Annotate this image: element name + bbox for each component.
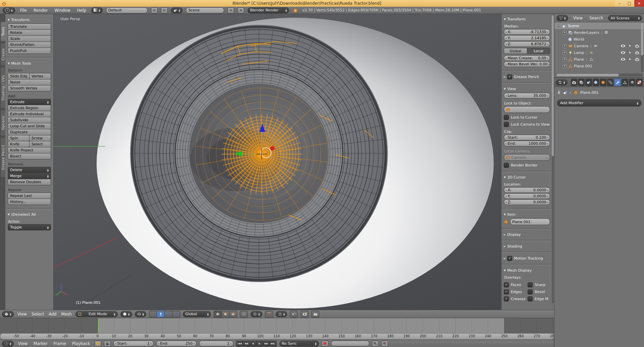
expand-icon[interactable]: + — [562, 57, 567, 62]
local-toggle[interactable]: Local — [527, 48, 550, 54]
global-toggle[interactable]: Global — [504, 48, 527, 54]
lock-camera-to-view-checkbox[interactable] — [504, 122, 509, 127]
visibility-eye-icon[interactable] — [621, 51, 626, 54]
cube-icon[interactable] — [574, 90, 578, 95]
view3d-menu-mesh[interactable]: Mesh — [60, 312, 73, 317]
viewport-canvas[interactable] — [54, 14, 501, 310]
tab-render[interactable] — [571, 79, 578, 86]
cursor-z-field[interactable]: ◂Z:0.0000▸ — [504, 199, 550, 205]
tab-create[interactable]: Create — [0, 43, 6, 66]
timeline-menu-view[interactable]: View — [16, 341, 29, 346]
outliner-horizontal-scrollbar[interactable] — [556, 73, 643, 77]
scene-selector-icon-button[interactable]: ▲▼ — [171, 7, 183, 13]
use-preview-range-button[interactable] — [95, 341, 101, 347]
edge-select-mode-button[interactable] — [222, 311, 229, 318]
snap-toggle-button[interactable] — [265, 311, 273, 318]
expand-icon[interactable]: + — [562, 44, 567, 48]
panel-header-mesh-display[interactable]: ▼Mesh Display — [504, 268, 550, 273]
tab-object[interactable] — [600, 79, 606, 86]
outliner-menu-search[interactable]: Search — [588, 16, 605, 20]
cursor-x-field[interactable]: ◂X:0.0000▸ — [504, 187, 550, 193]
outliner-row-world[interactable]: World — [554, 36, 644, 43]
editor-type-3dview-button[interactable]: ▲▼ — [2, 311, 14, 317]
selectable-cursor-icon[interactable] — [629, 44, 632, 48]
tab-object-data[interactable] — [622, 79, 628, 86]
selectable-cursor-icon[interactable] — [629, 57, 632, 61]
minimize-button[interactable]: – — [615, 0, 625, 7]
panel-header-shading[interactable]: ►Shading — [504, 244, 550, 249]
visibility-eye-icon[interactable] — [621, 44, 626, 48]
sharp-checkbox[interactable] — [528, 282, 533, 287]
render-border-checkbox[interactable] — [504, 163, 509, 168]
play-button[interactable]: ▶ — [257, 341, 263, 347]
loop-cut-button[interactable]: Loop Cut and Slide — [8, 123, 51, 129]
cursor-y-field[interactable]: ◂Y:0.0000▸ — [504, 193, 550, 199]
outliner-scope-select[interactable]: All Scenes▲▼ — [608, 15, 642, 21]
lock-to-object-field[interactable] — [504, 106, 550, 113]
screen-layout-field[interactable]: Default — [106, 7, 148, 13]
panel-header-display[interactable]: ►Display — [504, 232, 550, 237]
panel-header-transform-n[interactable]: ▼Transform — [504, 17, 550, 21]
duplicate-button[interactable]: Duplicate — [8, 129, 51, 135]
tab-material[interactable] — [629, 79, 636, 86]
knife-button[interactable]: Knife — [8, 141, 30, 147]
clear-icon[interactable]: × — [545, 155, 548, 160]
repeat-last-button[interactable]: Repeat Last — [8, 193, 51, 199]
pin-icon[interactable] — [557, 90, 561, 95]
extrude-region-button[interactable]: Extrude Region — [8, 105, 51, 111]
next-keyframe-button[interactable]: ▶▶ — [263, 341, 270, 347]
panel-header-mesh-tools[interactable]: ▼Mesh Tools — [8, 61, 51, 66]
slide-edge-button[interactable]: Slide Edg — [8, 73, 30, 79]
tab-render-layers[interactable] — [578, 79, 585, 86]
history-button[interactable]: History... — [8, 199, 51, 205]
timeline-ruler[interactable]: -50-40-30-20-100102030405060708090100110… — [0, 333, 554, 340]
opengl-render-image-button[interactable] — [301, 311, 309, 318]
editor-type-outliner-button[interactable]: ▲▼ — [556, 15, 568, 21]
tab-scene[interactable] — [585, 79, 592, 86]
subdivide-button[interactable]: Subdivide — [8, 117, 51, 123]
av-sync-dropdown[interactable]: No Sync▲▼ — [279, 341, 319, 347]
viewport-shading-dropdown[interactable]: ▲▼ — [120, 311, 132, 317]
panel-header-grease-pencil[interactable]: ►✓Grease Pencil — [504, 74, 550, 79]
frame-start-field[interactable]: ◂Start:1▸ — [113, 341, 154, 346]
previous-keyframe-button[interactable]: ◀◀ — [243, 341, 250, 347]
outliner-row-plane-001[interactable]: + Plane.001 — [554, 63, 644, 69]
extrude-menu[interactable]: Extrude▲▼ — [8, 99, 51, 105]
select-action-dropdown[interactable]: Toggle▲▼ — [8, 224, 51, 230]
add-modifier-dropdown[interactable]: Add Modifier▲▼ — [557, 99, 641, 107]
visibility-eye-icon[interactable] — [621, 58, 626, 61]
edges-checkbox[interactable]: ✓ — [504, 289, 509, 294]
shrink-fatten-button[interactable]: Shrink/Fatten — [8, 42, 51, 48]
view3d-menu-view[interactable]: View — [16, 312, 28, 317]
grease-pencil-checkbox[interactable]: ✓ — [507, 74, 512, 79]
faces-checkbox[interactable]: ✓ — [504, 282, 509, 287]
expand-icon[interactable]: + — [562, 51, 567, 55]
insert-keyframe-button[interactable] — [372, 341, 379, 347]
jump-to-end-button[interactable]: ▶▶| — [270, 341, 277, 347]
maximize-button[interactable]: □ — [625, 0, 634, 7]
breadcrumb-object-name[interactable]: Plane.001 — [580, 90, 599, 95]
motion-tracking-checkbox[interactable]: ✓ — [507, 256, 512, 261]
tab-tools[interactable]: Tools — [0, 21, 6, 42]
face-select-mode-button[interactable] — [229, 311, 237, 318]
frame-end-field[interactable]: ◂End:250▸ — [156, 341, 197, 346]
edge-marks-checkbox[interactable] — [528, 296, 533, 301]
lock-to-cursor-checkbox[interactable] — [504, 115, 509, 120]
panel-header-item[interactable]: ▼Item — [504, 212, 550, 217]
editor-type-info-button[interactable]: i ▲▼ — [3, 7, 15, 13]
manipulator-translate-button[interactable] — [157, 311, 165, 318]
outliner-row-plane[interactable]: + Plane| — [554, 56, 644, 63]
manipulator-rotate-button[interactable] — [165, 311, 172, 318]
transform-orientation-dropdown[interactable]: Global▲▼ — [183, 311, 211, 317]
clip-start-field[interactable]: ◂Start:0.100▸ — [504, 135, 550, 140]
panel-header-view[interactable]: ▼View — [504, 87, 550, 91]
lens-field[interactable]: ◂Lens:35.000▸ — [504, 93, 550, 98]
extrude-individual-button[interactable]: Extrude Individual — [8, 111, 51, 117]
outliner-vertical-scrollbar[interactable] — [641, 23, 643, 72]
timeline-menu-marker[interactable]: Marker — [32, 341, 49, 346]
menu-render[interactable]: Render — [32, 8, 50, 13]
menu-file[interactable]: File — [18, 8, 29, 13]
snap-element-dropdown[interactable]: ▲▼ — [276, 311, 287, 317]
screw-button[interactable]: Screw — [30, 135, 51, 141]
play-reverse-button[interactable]: ◀ — [250, 341, 257, 347]
